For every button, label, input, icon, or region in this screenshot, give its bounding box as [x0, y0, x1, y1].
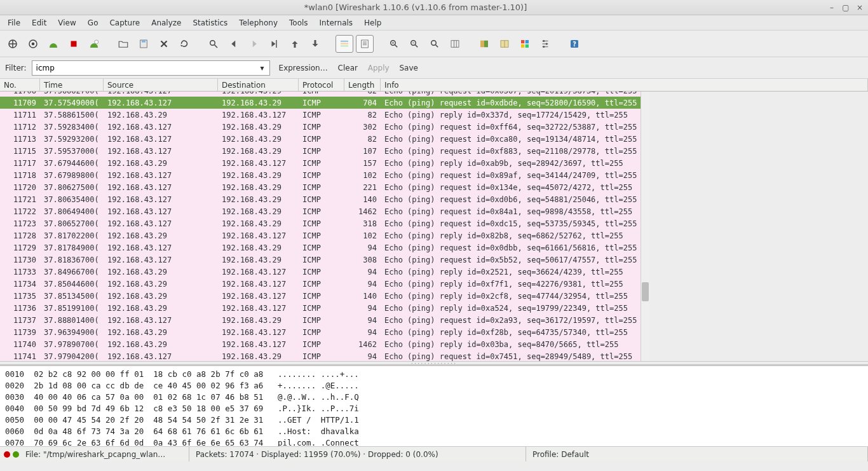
menu-view[interactable]: View — [53, 17, 81, 29]
status-profile[interactable]: Profile: Default — [526, 447, 868, 461]
hex-row[interactable]: 0070 70 69 6c 2e 63 6f 6d 0d 0a 43 6f 6e… — [5, 437, 863, 446]
svg-point-46 — [543, 46, 545, 48]
table-row[interactable]: 1173337.84966700(192.168.43.29192.168.43… — [0, 266, 641, 278]
goto-first-icon[interactable] — [286, 35, 304, 53]
table-row[interactable]: 1171237.59283400(192.168.43.127192.168.4… — [0, 121, 641, 133]
filter-input[interactable] — [32, 60, 270, 76]
goto-last-icon[interactable] — [306, 35, 324, 53]
table-row[interactable]: 1173737.88801400(192.168.43.127192.168.4… — [0, 314, 641, 326]
col-length[interactable]: Length — [344, 79, 381, 91]
close-file-icon[interactable] — [155, 35, 173, 53]
table-row[interactable]: 1174037.97890700(192.168.43.29192.168.43… — [0, 338, 641, 350]
table-row[interactable]: 1172837.81702200(192.168.43.29192.168.43… — [0, 229, 641, 242]
svg-point-44 — [543, 40, 545, 42]
svg-rect-37 — [521, 40, 524, 43]
expert-info-icon[interactable] — [4, 451, 10, 458]
hex-row[interactable]: 0060 0d 0a 48 6f 73 74 3a 20 64 68 61 76… — [5, 426, 863, 437]
autoscroll-icon[interactable] — [356, 35, 374, 53]
menu-statistics[interactable]: Statistics — [187, 17, 233, 29]
svg-rect-15 — [341, 43, 348, 44]
table-row[interactable]: 1173637.85199100(192.168.43.29192.168.43… — [0, 302, 641, 314]
go-forward-icon[interactable] — [245, 35, 263, 53]
menu-analyze[interactable]: Analyze — [146, 17, 186, 29]
table-row[interactable]: 1171537.59537000(192.168.43.127192.168.4… — [0, 145, 641, 157]
menu-capture[interactable]: Capture — [104, 17, 145, 29]
hex-pane[interactable]: 0010 02 b2 c8 92 00 00 ff 01 18 cb c0 a8… — [0, 365, 868, 446]
maximize-button[interactable]: ▢ — [841, 3, 850, 12]
table-row[interactable]: 1172937.81784900(192.168.43.127192.168.4… — [0, 242, 641, 254]
table-row[interactable]: 1174137.97904200(192.168.43.127192.168.4… — [0, 350, 641, 361]
table-row[interactable]: 1170637.56662700(192.168.43.127192.168.4… — [0, 92, 641, 97]
table-row[interactable]: 1172237.80649400(192.168.43.127192.168.4… — [0, 205, 641, 217]
hex-row[interactable]: 0030 40 00 40 06 ca 57 0a 00 01 02 68 1c… — [5, 392, 863, 403]
go-back-icon[interactable] — [225, 35, 243, 53]
color-rules-icon[interactable] — [516, 35, 534, 53]
table-row[interactable]: 1171837.67989800(192.168.43.127192.168.4… — [0, 169, 641, 181]
table-row[interactable]: 1173537.85134500(192.168.43.29192.168.43… — [0, 290, 641, 302]
options-icon[interactable] — [24, 35, 42, 53]
colorize-icon[interactable] — [336, 35, 353, 53]
menu-edit[interactable]: Edit — [27, 17, 51, 29]
table-row[interactable]: 1173937.96394900(192.168.43.29192.168.43… — [0, 326, 641, 338]
table-row[interactable]: 1171737.67944600(192.168.43.29192.168.43… — [0, 157, 641, 169]
col-source[interactable]: Source — [104, 79, 218, 91]
svg-line-12 — [215, 44, 218, 48]
save-file-icon[interactable] — [135, 35, 153, 53]
menu-tools[interactable]: Tools — [284, 17, 313, 29]
reload-icon[interactable] — [175, 35, 193, 53]
svg-rect-5 — [71, 41, 77, 46]
restart-capture-icon[interactable] — [85, 35, 103, 53]
menu-help[interactable]: Help — [359, 17, 386, 29]
packet-scrollbar[interactable] — [641, 92, 649, 361]
resize-columns-icon[interactable] — [446, 35, 464, 53]
hex-row[interactable]: 0040 00 50 99 bd 7d 49 6b 12 c8 e3 50 18… — [5, 403, 863, 414]
scrollbar-thumb[interactable] — [642, 282, 649, 301]
table-row[interactable]: 1171337.59293200(192.168.43.127192.168.4… — [0, 133, 641, 145]
filter-toolbar: Filter: ▾ Expression… Clear Apply Save — [0, 57, 868, 79]
stop-capture-icon[interactable] — [65, 35, 83, 53]
zoom-reset-icon[interactable] — [426, 35, 444, 53]
preferences-icon[interactable] — [536, 35, 554, 53]
find-icon[interactable] — [205, 35, 222, 53]
zoom-out-icon[interactable] — [405, 35, 423, 53]
hex-row[interactable]: 0010 02 b2 c8 92 00 00 ff 01 18 cb c0 a8… — [5, 369, 863, 380]
close-button[interactable]: × — [855, 3, 864, 12]
col-no[interactable]: No. — [0, 79, 40, 91]
filter-save-button[interactable]: Save — [395, 64, 421, 72]
open-file-icon[interactable] — [114, 35, 132, 53]
interfaces-icon[interactable] — [4, 35, 22, 53]
col-protocol[interactable]: Protocol — [299, 79, 344, 91]
minimize-button[interactable]: – — [827, 3, 836, 12]
filter-dropdown-icon[interactable]: ▾ — [256, 62, 269, 74]
table-row[interactable]: 1173037.81836700(192.168.43.127192.168.4… — [0, 254, 641, 266]
toolbar: ? — [0, 31, 868, 57]
menu-file[interactable]: File — [3, 17, 25, 29]
filter-tool2-icon[interactable] — [496, 35, 513, 53]
table-row[interactable]: 1170937.57549000(192.168.43.127192.168.4… — [0, 97, 641, 109]
menu-telephony[interactable]: Telephony — [234, 17, 283, 29]
filter-expression-button[interactable]: Expression… — [275, 64, 332, 72]
menu-internals[interactable]: Internals — [315, 17, 358, 29]
status-file[interactable]: File: "/tmp/wireshark_pcapng_wlan… — [19, 447, 189, 461]
help-icon[interactable]: ? — [566, 35, 583, 53]
table-row[interactable]: 1172337.80652700(192.168.43.127192.168.4… — [0, 217, 641, 229]
filter-apply-button[interactable]: Apply — [364, 64, 393, 72]
filter-tool1-icon[interactable] — [475, 35, 493, 53]
col-time[interactable]: Time — [40, 79, 104, 91]
col-destination[interactable]: Destination — [218, 79, 299, 91]
zoom-in-icon[interactable] — [385, 35, 403, 53]
svg-rect-39 — [521, 44, 524, 47]
packet-list[interactable]: 1170637.56662700(192.168.43.127192.168.4… — [0, 92, 641, 361]
menu-go[interactable]: Go — [83, 17, 104, 29]
table-row[interactable]: 1172137.80635400(192.168.43.127192.168.4… — [0, 193, 641, 205]
packet-list-header: No. Time Source Destination Protocol Len… — [0, 79, 868, 92]
start-capture-icon[interactable] — [44, 35, 62, 53]
goto-packet-icon[interactable] — [266, 35, 283, 53]
hex-row[interactable]: 0050 00 00 47 45 54 20 2f 20 48 54 54 50… — [5, 414, 863, 426]
table-row[interactable]: 1171137.58861500(192.168.43.29192.168.43… — [0, 109, 641, 121]
table-row[interactable]: 1173437.85044600(192.168.43.29192.168.43… — [0, 278, 641, 290]
filter-clear-button[interactable]: Clear — [334, 64, 362, 72]
table-row[interactable]: 1172037.80627500(192.168.43.127192.168.4… — [0, 181, 641, 193]
col-info[interactable]: Info — [381, 79, 868, 91]
hex-row[interactable]: 0020 2b 1d 08 00 ca cc db de ce 40 45 00… — [5, 380, 863, 392]
